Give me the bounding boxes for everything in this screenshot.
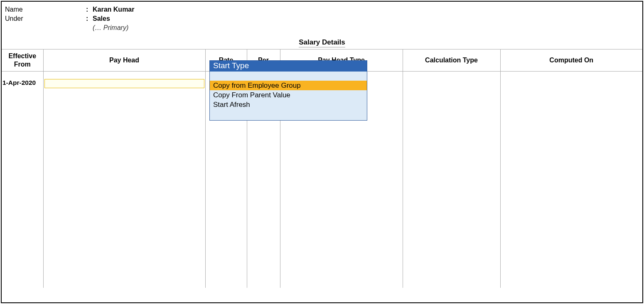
grid-wrap: Effective From Pay Head Rate Per Pay Hea…	[2, 49, 642, 288]
pay-head-input[interactable]	[44, 79, 204, 88]
computed-on-cell[interactable]	[500, 72, 642, 288]
pay-head-cell	[44, 72, 205, 88]
col-header-calculation-type: Calculation Type	[403, 49, 500, 72]
effective-from-value[interactable]: 1-Apr-2020	[2, 72, 43, 87]
col-header-computed-on: Computed On	[500, 49, 642, 72]
start-type-popup: Start Type Copy from Employee Group Copy…	[209, 60, 367, 121]
popup-bottom-gap	[210, 109, 367, 120]
under-label: Under	[5, 14, 86, 23]
popup-item-copy-from-employee-group[interactable]: Copy from Employee Group	[210, 81, 367, 90]
popup-gap	[210, 72, 367, 81]
header-section: Name : Karan Kumar Under : Sales (… Prim…	[2, 2, 642, 34]
calculation-type-cell[interactable]	[403, 72, 500, 288]
colon: :	[86, 5, 93, 14]
col-header-effective-from: Effective From	[2, 49, 43, 72]
screen-container: Name : Karan Kumar Under : Sales (… Prim…	[1, 1, 643, 303]
under-value[interactable]: Sales	[93, 14, 110, 23]
popup-title: Start Type	[210, 61, 367, 72]
section-title-text: Salary Details	[299, 38, 345, 47]
col-header-pay-head: Pay Head	[43, 49, 205, 72]
colon: :	[86, 14, 93, 23]
popup-item-copy-from-parent-value[interactable]: Copy From Parent Value	[210, 90, 367, 100]
section-title: Salary Details	[2, 34, 642, 49]
field-under-row: Under : Sales	[5, 14, 639, 23]
name-value[interactable]: Karan Kumar	[93, 5, 134, 14]
name-label: Name	[5, 5, 86, 14]
popup-item-start-afresh[interactable]: Start Afresh	[210, 100, 367, 109]
field-name-row: Name : Karan Kumar	[5, 5, 639, 14]
under-hierarchy: (… Primary)	[93, 23, 639, 32]
